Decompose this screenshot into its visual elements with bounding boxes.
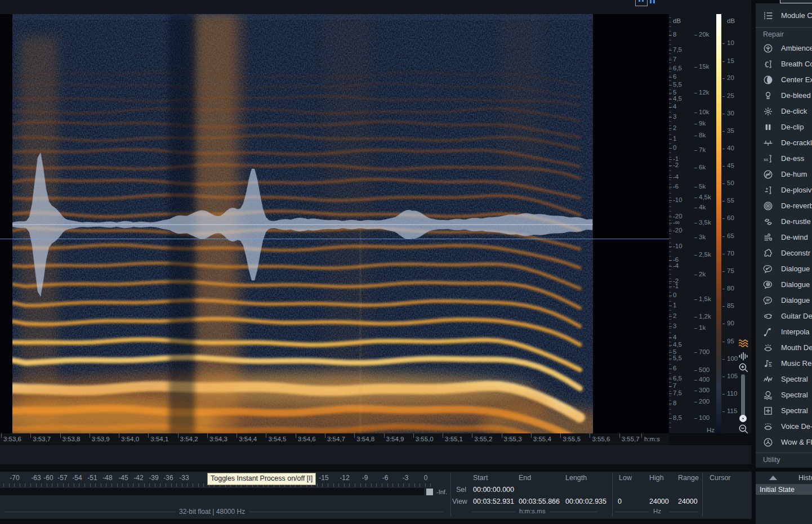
module-item-label: Spectral: [781, 406, 808, 415]
time-ruler[interactable]: 3:53,63:53,73:53,83:53,93:54,03:54,13:54…: [0, 433, 669, 445]
ruler-label: 5,5: [673, 81, 682, 88]
module-item-de-rustle[interactable]: De-rustle: [756, 214, 812, 230]
time-label: 3:55,4: [533, 436, 551, 442]
module-item-music-reb[interactable]: Music Reb: [756, 356, 812, 371]
ruler-tick: [669, 159, 672, 160]
module-item-deconstr[interactable]: Deconstr: [756, 245, 812, 261]
module-list-panel: Module CRepairAmbienceBreath CoCenter Ex…: [756, 3, 812, 468]
ruler-label: 80: [727, 285, 734, 292]
view-start-value[interactable]: 00:03:52.931: [473, 498, 514, 505]
spectrogram-view-icon[interactable]: [738, 338, 749, 349]
module-item-label: Module C: [781, 11, 812, 20]
module-item-de-crackl[interactable]: De-crackl: [756, 135, 812, 151]
ruler-label: 1,2k: [699, 313, 711, 320]
module-chain-icon: [763, 11, 773, 21]
section-header-utility: Utility: [756, 453, 812, 467]
module-item-label: Mouth De: [781, 343, 812, 352]
ruler-tick: [694, 168, 697, 168]
ruler-tick: [669, 326, 672, 327]
module-item-center-ex[interactable]: Center Ex: [756, 72, 812, 88]
vertical-zoom-slider[interactable]: [741, 374, 745, 418]
module-item-guitar-de[interactable]: Guitar De: [756, 308, 812, 324]
module-chain-item[interactable]: Module C: [756, 8, 812, 24]
ruler-label: 3: [673, 323, 676, 329]
freq-unit-label: Hz: [653, 508, 661, 514]
amplitude-ruler[interactable]: 87,576,565,554,543210-1-2-4-6-10-20-∞-20…: [669, 14, 694, 433]
ruler-label: 85: [727, 302, 734, 309]
time-label: 3:53,9: [92, 436, 110, 442]
ruler-label: -10: [673, 196, 682, 203]
ruler-tick: [722, 306, 725, 307]
module-item-mouth-de[interactable]: Mouth De: [756, 340, 812, 356]
spectrogram-colorbar[interactable]: [716, 14, 721, 433]
time-tick: [531, 433, 532, 438]
freq-range-value[interactable]: 24000: [678, 498, 698, 505]
module-item-de-clip[interactable]: De-clip: [756, 119, 812, 135]
up-arrow-icon[interactable]: [769, 476, 777, 480]
ruler-label: 4,5k: [699, 194, 711, 200]
module-item-wow-fl[interactable]: Wow & Fl: [756, 435, 812, 450]
module-item-ambience[interactable]: Ambience: [756, 41, 812, 56]
zoom-out-icon[interactable]: [738, 423, 749, 435]
ruler-label: 1k: [699, 324, 706, 331]
channel-select-icon[interactable]: [650, 0, 652, 3]
ruler-label: 0: [673, 144, 676, 151]
module-item-de-ess[interactable]: ssDe-ess: [756, 151, 812, 167]
history-header[interactable]: Histo: [756, 472, 812, 485]
module-item-dialogue[interactable]: Dialogue: [756, 277, 812, 293]
cut-off-button[interactable]: [780, 0, 812, 3]
history-item[interactable]: Initial State: [756, 485, 812, 495]
ruler-tick: [722, 61, 725, 62]
module-item-de-reverb[interactable]: De-reverb: [756, 198, 812, 214]
de-reverb-icon: [763, 201, 773, 211]
ruler-label: 2,5k: [699, 251, 711, 258]
spectral-repair-icon: [763, 406, 773, 416]
module-item-breath-co[interactable]: Breath Co: [756, 56, 812, 72]
module-item-voice-de[interactable]: Voice De-: [756, 419, 812, 435]
module-item-de-click[interactable]: De-click: [756, 104, 812, 119]
ruler-label: 0: [673, 292, 676, 298]
module-item-dialogue[interactable]: Dialogue: [756, 261, 812, 277]
ruler-tick: [722, 78, 725, 79]
module-item-spectral[interactable]: Spectral: [756, 371, 812, 387]
waveform-view-icon[interactable]: [738, 351, 749, 362]
dialogue-lines-icon: [763, 295, 773, 306]
ruler-tick: [694, 67, 697, 68]
ruler-tick: [722, 201, 725, 201]
freq-high-value[interactable]: 24000: [649, 498, 669, 505]
freq-low-value[interactable]: 0: [618, 498, 622, 505]
meter-scale-label: -12: [335, 474, 354, 482]
time-label: 3:54,3: [209, 436, 227, 442]
module-item-de-bleed[interactable]: De-bleed: [756, 88, 812, 104]
spectrogram-display[interactable]: [0, 14, 669, 433]
module-item-interpola[interactable]: Interpola: [756, 324, 812, 340]
ruler-tick: [669, 148, 672, 149]
ruler-tick: [722, 342, 725, 342]
channel-select-boxed-icon[interactable]: [635, 0, 648, 6]
view-end-value[interactable]: 00:03:55.866: [519, 498, 560, 505]
sel-start-value[interactable]: 00:00:00.000: [473, 486, 514, 494]
ruler-tick: [669, 85, 672, 86]
module-item-de-wind[interactable]: De-wind: [756, 230, 812, 245]
module-item-de-plosiv[interactable]: De-plosiv: [756, 182, 812, 198]
ruler-tick: [694, 299, 697, 300]
zoom-in-icon[interactable]: [738, 362, 749, 373]
module-item-dialogue[interactable]: Dialogue: [756, 293, 812, 308]
de-click-icon: [763, 106, 773, 117]
time-tick: [443, 433, 443, 438]
ruler-tick: [722, 411, 725, 412]
frequency-ruler[interactable]: 20k15k12k10k9k8k7k6k5k4,5k4k3,5k3k2,5k2k…: [694, 14, 716, 433]
ruler-tick: [669, 266, 672, 267]
view-length-value[interactable]: 00:00:02.935: [565, 498, 606, 505]
ruler-label: 10k: [699, 109, 710, 115]
ruler-tick: [669, 231, 672, 231]
module-item-spectral[interactable]: Spectral: [756, 403, 812, 419]
ruler-label: 3: [673, 113, 676, 120]
ruler-label: 40: [727, 145, 734, 151]
module-item-de-hum[interactable]: De-hum: [756, 167, 812, 182]
module-item-spectral[interactable]: Spectral: [756, 387, 812, 403]
ruler-tick: [722, 271, 725, 272]
vertical-zoom-slider-thumb[interactable]: [739, 415, 747, 422]
time-label: 3:54,7: [327, 436, 345, 442]
spectrogram-canvas[interactable]: [12, 14, 669, 433]
